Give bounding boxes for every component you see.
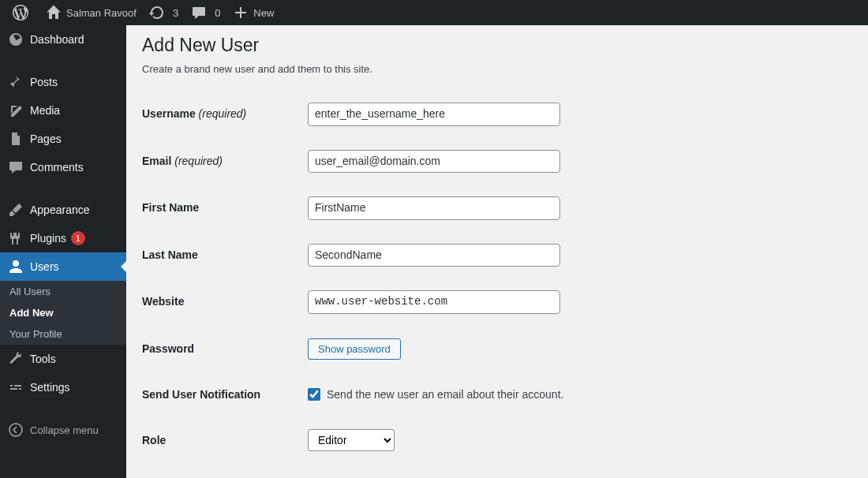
first-name-input[interactable] bbox=[308, 196, 560, 220]
updates-count: 3 bbox=[173, 7, 178, 19]
page-icon bbox=[8, 131, 24, 147]
website-label: Website bbox=[142, 278, 300, 326]
new-label: New bbox=[253, 7, 274, 19]
collapse-label: Collapse menu bbox=[30, 424, 99, 436]
plugins-badge: 1 bbox=[71, 231, 85, 245]
page-subtitle: Create a brand new user and add them to … bbox=[142, 63, 852, 75]
sidebar-item-pages[interactable]: Pages bbox=[0, 125, 126, 153]
sidebar-item-dashboard[interactable]: Dashboard bbox=[0, 25, 126, 54]
submenu-all-users[interactable]: All Users bbox=[0, 281, 126, 302]
comments-count: 0 bbox=[215, 7, 220, 19]
media-icon bbox=[8, 103, 24, 118]
collapse-menu-button[interactable]: Collapse menu bbox=[0, 416, 126, 444]
sidebar-item-comments[interactable]: Comments bbox=[0, 153, 126, 181]
comments-link[interactable]: 0 bbox=[185, 0, 226, 25]
brush-icon bbox=[8, 202, 24, 218]
sidebar-item-appearance[interactable]: Appearance bbox=[0, 196, 126, 224]
plugin-icon bbox=[8, 230, 24, 246]
site-name-link[interactable]: Salman Ravoof bbox=[39, 0, 143, 25]
sidebar-label: Pages bbox=[30, 133, 62, 145]
show-password-button[interactable]: Show password bbox=[308, 338, 401, 360]
first-name-label: First Name bbox=[142, 185, 300, 232]
role-select[interactable]: Editor bbox=[308, 429, 395, 451]
dashboard-icon bbox=[8, 32, 24, 47]
role-label: Role bbox=[142, 417, 300, 463]
sidebar-item-tools[interactable]: Tools bbox=[0, 345, 126, 373]
home-icon bbox=[46, 5, 62, 21]
admin-bar: Salman Ravoof 3 0 New bbox=[0, 0, 868, 25]
user-icon bbox=[8, 259, 24, 274]
main-content: Add New User Create a brand new user and… bbox=[126, 25, 868, 478]
wrench-icon bbox=[8, 351, 24, 367]
submenu-add-new[interactable]: Add New bbox=[0, 302, 126, 323]
sidebar-item-settings[interactable]: Settings bbox=[0, 373, 126, 401]
username-input[interactable] bbox=[308, 103, 560, 126]
submenu-your-profile[interactable]: Your Profile bbox=[0, 323, 126, 345]
sidebar-item-users[interactable]: Users bbox=[0, 252, 126, 281]
sidebar-item-posts[interactable]: Posts bbox=[0, 68, 126, 96]
new-content-link[interactable]: New bbox=[226, 0, 280, 25]
svg-point-0 bbox=[9, 424, 22, 436]
email-label: Email (required) bbox=[142, 138, 300, 185]
website-input[interactable] bbox=[308, 290, 560, 314]
sidebar-label: Tools bbox=[30, 353, 56, 365]
sidebar-label: Media bbox=[30, 104, 60, 117]
username-label: Username (required) bbox=[142, 91, 300, 138]
update-icon bbox=[149, 5, 165, 21]
pin-icon bbox=[8, 74, 24, 90]
users-submenu: All Users Add New Your Profile bbox=[0, 281, 126, 345]
site-name: Salman Ravoof bbox=[66, 7, 137, 19]
sidebar-label: Plugins bbox=[30, 232, 66, 245]
sidebar-item-media[interactable]: Media bbox=[0, 96, 126, 125]
comment-icon bbox=[191, 5, 207, 21]
sidebar-label: Settings bbox=[30, 381, 70, 394]
plus-icon bbox=[233, 5, 249, 21]
sidebar-item-plugins[interactable]: Plugins 1 bbox=[0, 224, 126, 252]
wordpress-icon bbox=[13, 5, 28, 21]
updates-link[interactable]: 3 bbox=[143, 0, 185, 25]
notification-label: Send User Notification bbox=[142, 372, 300, 417]
notification-checkbox-label[interactable]: Send the new user an email about their a… bbox=[308, 388, 844, 401]
password-label: Password bbox=[142, 326, 300, 372]
last-name-input[interactable] bbox=[308, 244, 560, 267]
last-name-label: Last Name bbox=[142, 232, 300, 279]
notification-text: Send the new user an email about their a… bbox=[327, 388, 563, 401]
sidebar-label: Users bbox=[30, 260, 59, 273]
wp-logo[interactable] bbox=[6, 0, 39, 25]
settings-icon bbox=[8, 379, 24, 395]
email-input[interactable] bbox=[308, 150, 560, 174]
page-title: Add New User bbox=[142, 35, 852, 56]
sidebar-label: Posts bbox=[30, 76, 58, 88]
sidebar-label: Appearance bbox=[30, 204, 90, 216]
admin-sidebar: Dashboard Posts Media Pages Comments App… bbox=[0, 25, 126, 478]
sidebar-label: Dashboard bbox=[30, 33, 84, 46]
collapse-icon bbox=[8, 422, 24, 438]
sidebar-label: Comments bbox=[30, 161, 84, 174]
comment-icon bbox=[8, 159, 24, 175]
notification-checkbox[interactable] bbox=[308, 388, 320, 401]
user-form: Username (required) Email (required) Fir… bbox=[142, 91, 852, 464]
